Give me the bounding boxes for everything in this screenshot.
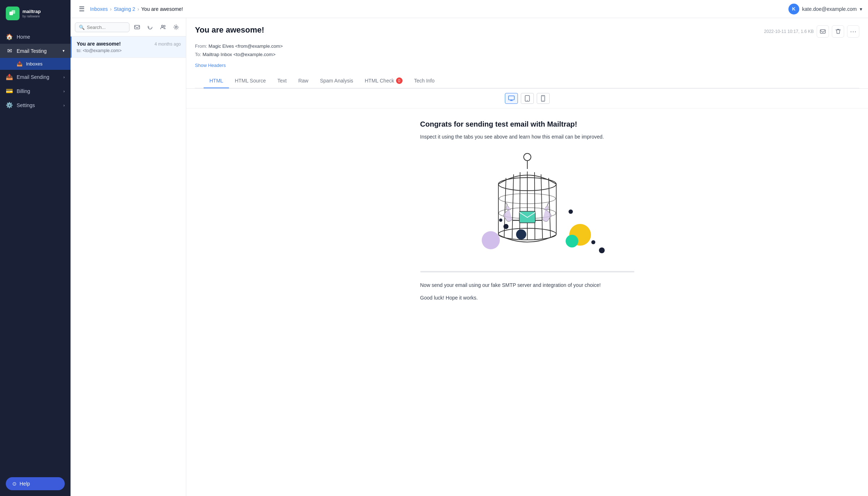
sidebar-item-label: Email Sending (17, 74, 49, 80)
tab-html[interactable]: HTML (204, 74, 229, 88)
email-list-item[interactable]: You are awesome! 4 months ago to: <to@ex… (71, 37, 186, 58)
decor-dot-dark-2 (499, 219, 502, 222)
sidebar-item-billing[interactable]: 💳 Billing › (0, 84, 71, 98)
contacts-button[interactable] (158, 22, 169, 33)
sidebar-nav: 🏠 Home ✉ Email Testing ▾ 📥 Inboxes 📤 Ema… (0, 27, 71, 471)
tab-raw[interactable]: Raw (293, 74, 314, 88)
sidebar-item-label: Inboxes (26, 61, 43, 67)
logo-icon (6, 7, 20, 20)
delete-button[interactable] (832, 25, 844, 38)
billing-icon: 💳 (6, 88, 13, 94)
to-label: To: (195, 52, 201, 57)
desktop-view-button[interactable] (505, 93, 518, 104)
email-list-panel: 🔍 You are awesom (71, 18, 186, 496)
compose-button[interactable] (132, 22, 142, 33)
to-value: Mailtrap Inbox <to@example.com> (203, 52, 276, 57)
svg-point-4 (164, 25, 165, 27)
breadcrumb: Inboxes › Staging 2 › You are awesome! (90, 6, 786, 12)
decor-dot-dark-4 (591, 240, 595, 244)
svg-rect-7 (509, 96, 514, 100)
email-testing-icon: ✉ (6, 47, 13, 54)
tab-html-check[interactable]: HTML Check 0 (359, 74, 408, 88)
email-item-time: 4 months ago (154, 42, 181, 47)
view-controls (186, 89, 868, 109)
email-detail-header: You are awesome! 2022-10-11 10:17, 1.6 K… (186, 18, 868, 89)
logo-text: mailtrap (22, 9, 41, 14)
sidebar-item-email-sending[interactable]: 📤 Email Sending › (0, 70, 71, 84)
logo-area: mailtrap by railsware (0, 0, 71, 27)
search-box[interactable]: 🔍 (75, 22, 129, 32)
logo-sub: by railsware (22, 14, 41, 18)
breadcrumb-sep-2: › (137, 6, 139, 12)
breadcrumb-current: You are awesome! (141, 6, 183, 12)
sidebar-item-label: Email Testing (17, 48, 47, 54)
hamburger-button[interactable]: ☰ (76, 4, 87, 14)
send-icon: 📤 (6, 73, 13, 80)
email-body-para2: Now send your email using our fake SMTP … (420, 281, 634, 289)
email-list-toolbar: 🔍 (71, 18, 186, 37)
svg-point-3 (162, 25, 163, 27)
sidebar-item-label: Home (17, 34, 30, 40)
email-item-subject: You are awesome! (77, 41, 121, 47)
refresh-button[interactable] (145, 22, 156, 33)
top-bar: ☰ Inboxes › Staging 2 › You are awesome!… (71, 0, 868, 18)
email-detail-title: You are awesome! (195, 25, 264, 35)
tablet-view-button[interactable] (521, 93, 534, 104)
decor-dot-dark-1 (503, 224, 509, 229)
settings-button[interactable] (171, 22, 182, 33)
cage-illustration (420, 148, 634, 264)
tab-html-source[interactable]: HTML Source (229, 74, 272, 88)
chevron-right-icon: › (63, 89, 65, 93)
chevron-right-icon: › (63, 75, 65, 79)
svg-rect-12 (542, 96, 544, 96)
decor-dot-dark-5 (599, 247, 605, 253)
breadcrumb-sep-1: › (110, 6, 112, 12)
sidebar-item-settings[interactable]: ⚙️ Settings › (0, 98, 71, 112)
tab-spam-analysis[interactable]: Spam Analysis (314, 74, 359, 88)
breadcrumb-inboxes[interactable]: Inboxes (90, 6, 108, 12)
sidebar-item-inboxes[interactable]: 📥 Inboxes (0, 58, 71, 70)
email-body-para1: Inspect it using the tabs you see above … (420, 133, 634, 141)
email-date: 2022-10-11 10:17, 1.6 KB (764, 29, 814, 34)
sidebar: mailtrap by railsware 🏠 Home ✉ Email Tes… (0, 0, 71, 496)
email-body-heading: Congrats for sending test email with Mai… (420, 120, 634, 128)
svg-point-9 (527, 100, 528, 101)
user-email: kate.doe@example.com (802, 6, 857, 12)
search-icon: 🔍 (79, 25, 85, 30)
user-avatar: K (788, 4, 799, 14)
decor-dot-purple (482, 231, 500, 249)
email-body-content: Congrats for sending test email with Mai… (412, 109, 643, 318)
help-icon: ⊙ (12, 481, 17, 487)
tab-text[interactable]: Text (272, 74, 293, 88)
email-detail-panel: You are awesome! 2022-10-11 10:17, 1.6 K… (186, 18, 868, 496)
svg-point-11 (543, 100, 544, 101)
search-input[interactable] (87, 25, 125, 30)
forward-button[interactable] (817, 25, 829, 38)
svg-rect-1 (12, 10, 15, 14)
show-headers-link[interactable]: Show Headers (195, 63, 226, 68)
tab-tech-info[interactable]: Tech Info (408, 74, 441, 88)
chevron-down-icon: ▾ (63, 48, 65, 53)
chevron-right-icon: › (63, 103, 65, 107)
user-menu[interactable]: K kate.doe@example.com ▾ (788, 4, 862, 14)
mobile-view-button[interactable] (537, 93, 550, 104)
svg-line-24 (549, 178, 550, 237)
help-button[interactable]: ⊙ Help (6, 477, 65, 490)
user-chevron-icon: ▾ (860, 6, 862, 12)
email-body: Congrats for sending test email with Mai… (186, 109, 868, 496)
svg-point-13 (524, 153, 531, 161)
email-meta: From: Magic Elves <from@example.com> To:… (195, 42, 859, 59)
content-area: 🔍 You are awesom (71, 18, 868, 496)
from-value: Magic Elves <from@example.com> (209, 43, 283, 49)
cage-svg (488, 152, 567, 260)
main-area: ☰ Inboxes › Staging 2 › You are awesome!… (71, 0, 868, 496)
sidebar-item-email-testing[interactable]: ✉ Email Testing ▾ (0, 44, 71, 58)
settings-icon: ⚙️ (6, 102, 13, 109)
breadcrumb-staging[interactable]: Staging 2 (114, 6, 135, 12)
email-item-to: to: <to@example.com> (77, 48, 181, 53)
decor-dot-navy (516, 229, 526, 239)
home-icon: 🏠 (6, 33, 13, 40)
sidebar-item-home[interactable]: 🏠 Home (0, 30, 71, 44)
email-actions: ⋯ (817, 25, 859, 38)
more-button[interactable]: ⋯ (847, 25, 859, 38)
